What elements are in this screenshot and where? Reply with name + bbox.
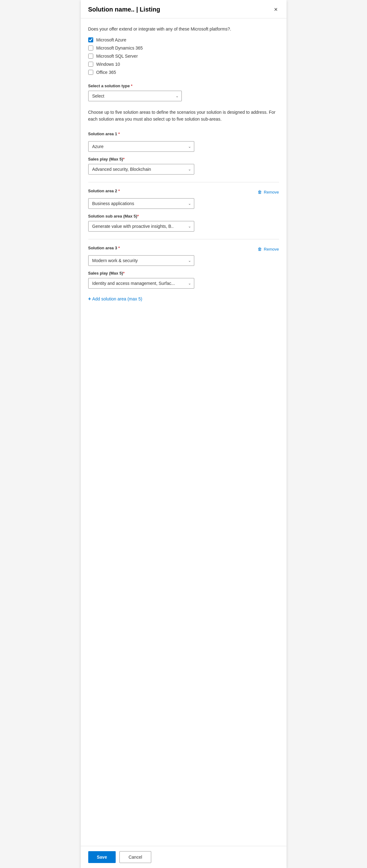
- sales-play-1-label: Sales play (Max 5)*: [88, 157, 279, 161]
- panel-header: Solution name.. | Listing ×: [81, 0, 286, 19]
- checkbox-dynamics-label: Microsoft Dynamics 365: [96, 45, 143, 51]
- checkbox-office365[interactable]: Office 365: [88, 70, 279, 75]
- solution-area-3-header: Solution area 3 * 🗑 Remove: [88, 246, 279, 253]
- trash-icon-2: 🗑: [257, 189, 262, 194]
- solution-area-3-label: Solution area 3 *: [88, 246, 120, 250]
- divider-2: [88, 239, 279, 239]
- solution-area-2-select[interactable]: Azure Business applications Modern work …: [88, 198, 194, 209]
- content-spacer: [88, 302, 279, 364]
- panel-title: Solution name.. | Listing: [88, 6, 160, 13]
- checkbox-windows10-input[interactable]: [88, 62, 93, 67]
- solution-area-1-select-wrapper: Azure Business applications Modern work …: [88, 141, 194, 152]
- plus-icon: +: [88, 296, 91, 302]
- solution-area-2-label: Solution area 2 *: [88, 189, 120, 193]
- sub-area-2-select-wrapper: Generate value with proactive insights, …: [88, 221, 194, 231]
- add-solution-area-button[interactable]: + Add solution area (max 5): [88, 296, 143, 302]
- checkbox-azure-label: Microsoft Azure: [96, 37, 126, 42]
- platforms-question: Does your offer extend or integrate with…: [88, 26, 279, 32]
- close-button[interactable]: ×: [273, 5, 279, 14]
- solution-type-label: Select a solution type *: [88, 84, 279, 88]
- sales-play-3-label: Sales play (Max 5)*: [88, 271, 279, 276]
- trash-icon-3: 🗑: [257, 247, 262, 251]
- checkbox-dynamics-input[interactable]: [88, 45, 93, 51]
- checkbox-windows10[interactable]: Windows 10: [88, 62, 279, 67]
- instruction-text: Choose up to five solution areas to defi…: [88, 109, 279, 123]
- panel-footer: Save Cancel: [81, 846, 286, 868]
- divider-1: [88, 182, 279, 182]
- checkbox-azure[interactable]: Microsoft Azure: [88, 37, 279, 42]
- checkbox-sql-label: Microsoft SQL Server: [96, 54, 138, 59]
- solution-area-2-block: Solution area 2 * 🗑 Remove Azure Busines…: [88, 189, 279, 231]
- checkbox-azure-input[interactable]: [88, 37, 93, 42]
- checkbox-sql[interactable]: Microsoft SQL Server: [88, 54, 279, 59]
- remove-area-3-button[interactable]: 🗑 Remove: [257, 247, 279, 251]
- panel-body: Does your offer extend or integrate with…: [81, 19, 286, 868]
- solution-area-1-label: Solution area 1 *: [88, 131, 120, 136]
- solution-area-3-block: Solution area 3 * 🗑 Remove Azure Busines…: [88, 246, 279, 289]
- remove-area-2-button[interactable]: 🗑 Remove: [257, 189, 279, 194]
- checkbox-office365-input[interactable]: [88, 70, 93, 75]
- checkbox-dynamics[interactable]: Microsoft Dynamics 365: [88, 45, 279, 51]
- platforms-checkbox-group: Microsoft Azure Microsoft Dynamics 365 M…: [88, 37, 279, 75]
- sub-area-2-select[interactable]: Generate value with proactive insights, …: [88, 221, 194, 231]
- cancel-button[interactable]: Cancel: [119, 851, 151, 863]
- sales-play-3-select[interactable]: Identity and access management, Surfac..…: [88, 278, 194, 289]
- sales-play-3-section: Sales play (Max 5)* Identity and access …: [88, 271, 279, 289]
- sub-area-2-label: Solution sub area (Max 5)*: [88, 214, 279, 218]
- sales-play-1-select[interactable]: Advanced security, Blockchain: [88, 164, 194, 175]
- solution-type-select-wrapper: Select Solution Type A Solution Type B ⌄: [88, 91, 182, 101]
- solution-area-2-header: Solution area 2 * 🗑 Remove: [88, 189, 279, 196]
- panel: Solution name.. | Listing × Does your of…: [81, 0, 286, 868]
- sales-play-1-section: Sales play (Max 5)* Advanced security, B…: [88, 157, 279, 175]
- checkbox-windows10-label: Windows 10: [96, 62, 120, 67]
- solution-area-2-select-wrapper: Azure Business applications Modern work …: [88, 198, 194, 209]
- checkbox-office365-label: Office 365: [96, 70, 116, 75]
- sales-play-1-select-wrapper: Advanced security, Blockchain ⌄: [88, 164, 194, 175]
- solution-area-1-header: Solution area 1 *: [88, 131, 279, 139]
- save-button[interactable]: Save: [88, 851, 116, 863]
- solution-type-select[interactable]: Select Solution Type A Solution Type B: [88, 91, 182, 101]
- sales-play-3-select-wrapper: Identity and access management, Surfac..…: [88, 278, 194, 289]
- solution-area-1-select[interactable]: Azure Business applications Modern work …: [88, 141, 194, 152]
- solution-type-section: Select a solution type * Select Solution…: [88, 84, 279, 101]
- solution-area-3-select-wrapper: Azure Business applications Modern work …: [88, 255, 194, 266]
- solution-area-1-block: Solution area 1 * Azure Business applica…: [88, 131, 279, 175]
- solution-area-3-select[interactable]: Azure Business applications Modern work …: [88, 255, 194, 266]
- checkbox-sql-input[interactable]: [88, 54, 93, 59]
- sub-area-2-section: Solution sub area (Max 5)* Generate valu…: [88, 214, 279, 231]
